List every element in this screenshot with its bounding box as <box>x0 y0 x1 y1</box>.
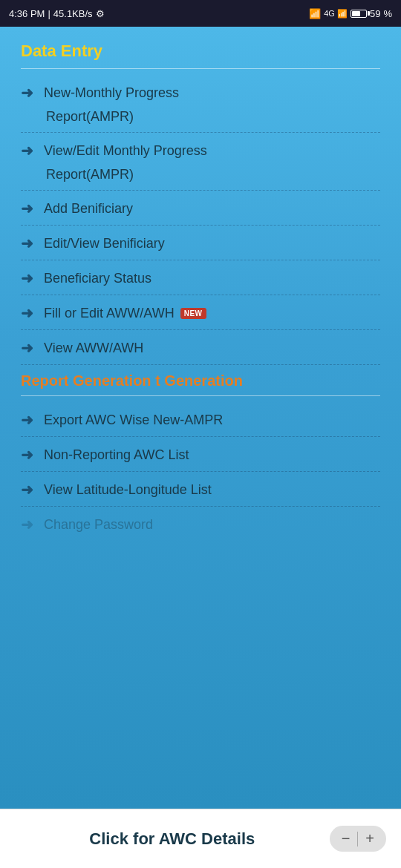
zoom-divider <box>357 832 358 846</box>
data-entry-title: Data Entry <box>21 42 380 61</box>
menu-label-add-beneficiary: Add Benificiary <box>44 201 133 217</box>
data-speed: | <box>48 8 50 19</box>
status-left: 4:36 PM | 45.1KB/s ⚙ <box>9 8 105 19</box>
menu-item-export-awc-wise[interactable]: ➜ Export AWC Wise New-AMPR <box>21 402 380 436</box>
battery-icon <box>351 10 367 18</box>
arrow-icon: ➜ <box>21 234 33 252</box>
menu-label-beneficiary-status: Beneficiary Status <box>44 271 151 286</box>
arrow-icon: ➜ <box>21 481 33 499</box>
menu-item-non-reporting-awc[interactable]: ➜ Non-Reporting AWC List <box>21 437 380 471</box>
zoom-controls: − + <box>330 826 386 852</box>
arrow-icon: ➜ <box>21 84 33 102</box>
arrow-icon: ➜ <box>21 269 33 287</box>
section-top-divider <box>21 68 380 69</box>
arrow-icon: ➜ <box>21 446 33 464</box>
menu-label-new-monthly-progress: New-Monthly Progress <box>44 85 179 101</box>
battery-fill <box>352 11 360 16</box>
arrow-icon: ➜ <box>21 516 33 533</box>
main-container: Data Entry ➜ New-Monthly Progress Report… <box>0 27 401 809</box>
menu-item-view-lat-long[interactable]: ➜ View Latitude-Longitude List <box>21 472 380 506</box>
report-generation-section: Report Generation t Generation ➜ Export … <box>21 372 380 541</box>
divider-7 <box>21 364 380 365</box>
arrow-icon: ➜ <box>21 304 33 322</box>
data-speed-value: 45.1KB/s <box>53 8 93 19</box>
menu-label-view-aww-awh: View AWW/AWH <box>44 341 143 356</box>
menu-item-add-beneficiary[interactable]: ➜ Add Benificiary <box>21 191 380 225</box>
menu-item-view-aww-awh[interactable]: ➜ View AWW/AWH <box>21 330 380 364</box>
status-bar: 4:36 PM | 45.1KB/s ⚙ 📶 4G 📶 59% <box>0 0 401 27</box>
menu-item-change-password[interactable]: ➜ Change Password <box>21 507 380 541</box>
settings-icon: ⚙ <box>96 8 105 19</box>
menu-label-view-lat-long: View Latitude-Longitude List <box>44 482 212 498</box>
menu-label-fill-edit-aww-awh: Fill or Edit AWW/AWH <box>44 306 175 321</box>
zoom-out-button[interactable]: − <box>337 829 355 849</box>
menu-item-edit-view-beneficiary[interactable]: ➜ Edit/View Benificiary <box>21 226 380 260</box>
menu-label-non-reporting-awc: Non-Reporting AWC List <box>44 447 189 463</box>
arrow-icon: ➜ <box>21 411 33 429</box>
menu-label-edit-view-beneficiary: Edit/View Benificiary <box>44 236 165 251</box>
menu-item-fill-edit-aww-awh[interactable]: ➜ Fill or Edit AWW/AWH NEW <box>21 295 380 329</box>
arrow-icon: ➜ <box>21 142 33 160</box>
arrow-icon: ➜ <box>21 200 33 217</box>
status-right: 📶 4G 📶 59% <box>309 8 392 19</box>
signal-icons: 4G 📶 <box>324 9 348 19</box>
bottom-bar-label: Click for AWC Details <box>15 829 330 849</box>
report-generation-title: Report Generation t Generation <box>21 372 380 389</box>
menu-label-ampr-2: Report(AMPR) <box>46 167 380 190</box>
menu-item-new-monthly-progress[interactable]: ➜ New-Monthly Progress <box>21 75 380 109</box>
bottom-bar: Click for AWC Details − + <box>0 809 401 868</box>
menu-label-export-awc-wise: Export AWC Wise New-AMPR <box>44 412 223 428</box>
battery-percent: 59 <box>370 8 380 19</box>
time-display: 4:36 PM <box>9 8 45 19</box>
arrow-icon: ➜ <box>21 339 33 357</box>
menu-label-change-password: Change Password <box>44 517 153 533</box>
menu-label-view-edit-monthly-progress: View/Edit Monthly Progress <box>44 143 207 159</box>
zoom-in-button[interactable]: + <box>361 829 379 849</box>
new-badge: NEW <box>180 308 206 319</box>
report-section-divider <box>21 395 380 396</box>
menu-item-beneficiary-status[interactable]: ➜ Beneficiary Status <box>21 260 380 295</box>
data-entry-section: Data Entry ➜ New-Monthly Progress Report… <box>21 42 380 365</box>
menu-item-view-edit-monthly-progress[interactable]: ➜ View/Edit Monthly Progress <box>21 133 380 167</box>
menu-label-ampr-1: Report(AMPR) <box>46 109 380 132</box>
wifi-icon: 📶 <box>309 8 321 19</box>
